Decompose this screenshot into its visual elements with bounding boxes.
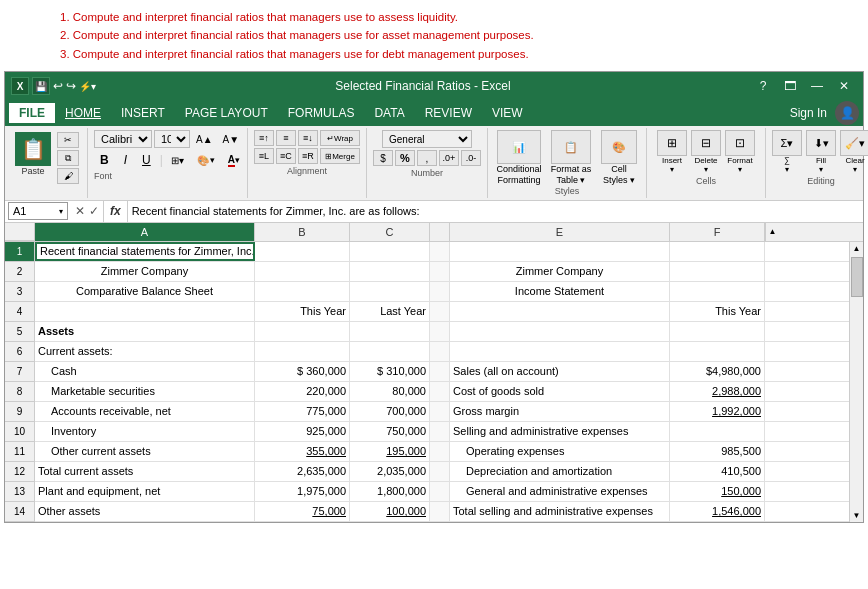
- format-painter-button[interactable]: 🖌: [57, 168, 79, 184]
- cell-e8[interactable]: Cost of goods sold: [450, 382, 670, 401]
- cell-d6[interactable]: [430, 342, 450, 361]
- row-num-3[interactable]: 3: [5, 282, 35, 302]
- cell-c1[interactable]: [350, 242, 430, 261]
- cell-b14[interactable]: 75,000: [255, 502, 350, 521]
- formula-input[interactable]: [128, 205, 863, 217]
- cell-b6[interactable]: [255, 342, 350, 361]
- cell-a13[interactable]: Plant and equipment, net: [35, 482, 255, 501]
- cell-d2[interactable]: [430, 262, 450, 281]
- row-num-13[interactable]: 13: [5, 482, 35, 502]
- cell-a3[interactable]: Comparative Balance Sheet: [35, 282, 255, 301]
- row-num-5[interactable]: 5: [5, 322, 35, 342]
- cell-reference-box[interactable]: A1 ▾: [8, 202, 68, 220]
- scroll-down-button[interactable]: ▼: [851, 509, 863, 522]
- increase-decimal-button[interactable]: .0+: [439, 150, 459, 166]
- undo-icon[interactable]: ↩: [53, 79, 63, 93]
- redo-icon[interactable]: ↪: [66, 79, 76, 93]
- scroll-thumb[interactable]: [851, 257, 863, 297]
- format-as-table-button[interactable]: 📋 Format asTable ▾: [548, 130, 594, 186]
- cell-b3[interactable]: [255, 282, 350, 301]
- cell-d8[interactable]: [430, 382, 450, 401]
- account-icon[interactable]: 👤: [835, 101, 859, 125]
- increase-font-button[interactable]: A▲: [192, 130, 217, 148]
- cell-d10[interactable]: [430, 422, 450, 441]
- minimize-button[interactable]: —: [804, 75, 830, 97]
- cell-b2[interactable]: [255, 262, 350, 281]
- cell-f12[interactable]: 410,500: [670, 462, 765, 481]
- cell-b11[interactable]: 355,000: [255, 442, 350, 461]
- cell-f11[interactable]: 985,500: [670, 442, 765, 461]
- cell-f3[interactable]: [670, 282, 765, 301]
- cell-e5[interactable]: [450, 322, 670, 341]
- cell-d14[interactable]: [430, 502, 450, 521]
- row-num-10[interactable]: 10: [5, 422, 35, 442]
- cell-c13[interactable]: 1,800,000: [350, 482, 430, 501]
- row-num-8[interactable]: 8: [5, 382, 35, 402]
- fill-color-button[interactable]: 🎨▾: [192, 151, 220, 169]
- save-icon[interactable]: 💾: [32, 77, 50, 95]
- scroll-up-button[interactable]: ▲: [851, 242, 863, 255]
- cell-e6[interactable]: [450, 342, 670, 361]
- cell-d3[interactable]: [430, 282, 450, 301]
- insert-menu[interactable]: INSERT: [111, 103, 175, 123]
- font-color-button[interactable]: A▾: [223, 151, 245, 169]
- clear-button[interactable]: 🧹▾ Clear▾: [840, 130, 868, 174]
- borders-button[interactable]: ⊞▾: [166, 151, 189, 169]
- comma-button[interactable]: ,: [417, 150, 437, 166]
- cell-e9[interactable]: Gross margin: [450, 402, 670, 421]
- cell-b1[interactable]: [255, 242, 350, 261]
- autosum-button[interactable]: Σ▾ ∑▾: [772, 130, 802, 174]
- cell-c10[interactable]: 750,000: [350, 422, 430, 441]
- cell-c8[interactable]: 80,000: [350, 382, 430, 401]
- cell-a1[interactable]: Recent financial statements for Zimmer, …: [35, 242, 255, 261]
- cell-d13[interactable]: [430, 482, 450, 501]
- font-name-select[interactable]: Calibri: [94, 130, 152, 148]
- bold-button[interactable]: B: [94, 151, 115, 169]
- cell-c6[interactable]: [350, 342, 430, 361]
- row-num-9[interactable]: 9: [5, 402, 35, 422]
- cell-c9[interactable]: 700,000: [350, 402, 430, 421]
- align-right-button[interactable]: ≡R: [298, 148, 318, 164]
- cell-a9[interactable]: Accounts receivable, net: [35, 402, 255, 421]
- cell-f5[interactable]: [670, 322, 765, 341]
- cell-d11[interactable]: [430, 442, 450, 461]
- cell-e10[interactable]: Selling and administrative expenses: [450, 422, 670, 441]
- cell-f1[interactable]: [670, 242, 765, 261]
- cell-c7[interactable]: $ 310,000: [350, 362, 430, 381]
- cell-c4[interactable]: Last Year: [350, 302, 430, 321]
- align-bottom-button[interactable]: ≡↓: [298, 130, 318, 146]
- conditional-formatting-button[interactable]: 📊 ConditionalFormatting: [494, 130, 544, 186]
- wrap-text-button[interactable]: ↵Wrap: [320, 130, 360, 146]
- decrease-decimal-button[interactable]: .0-: [461, 150, 481, 166]
- cell-d1[interactable]: [430, 242, 450, 261]
- cell-d4[interactable]: [430, 302, 450, 321]
- cell-d12[interactable]: [430, 462, 450, 481]
- restore-button[interactable]: 🗖: [777, 75, 803, 97]
- cell-f13[interactable]: 150,000: [670, 482, 765, 501]
- row-num-7[interactable]: 7: [5, 362, 35, 382]
- cell-d9[interactable]: [430, 402, 450, 421]
- cell-a11[interactable]: Other current assets: [35, 442, 255, 461]
- cell-a8[interactable]: Marketable securities: [35, 382, 255, 401]
- align-middle-button[interactable]: ≡: [276, 130, 296, 146]
- vertical-scrollbar[interactable]: ▲ ▼: [849, 242, 863, 522]
- insert-cells-button[interactable]: ⊞ Insert▾: [657, 130, 687, 174]
- cell-b4[interactable]: This Year: [255, 302, 350, 321]
- cell-c11[interactable]: 195,000: [350, 442, 430, 461]
- customize-icon[interactable]: ⚡▾: [79, 81, 96, 92]
- review-menu[interactable]: REVIEW: [415, 103, 482, 123]
- italic-button[interactable]: I: [118, 151, 133, 169]
- row-num-6[interactable]: 6: [5, 342, 35, 362]
- col-header-a[interactable]: A: [35, 223, 255, 241]
- currency-button[interactable]: $: [373, 150, 393, 166]
- cell-b7[interactable]: $ 360,000: [255, 362, 350, 381]
- decrease-font-button[interactable]: A▼: [219, 130, 244, 148]
- data-menu[interactable]: DATA: [364, 103, 414, 123]
- page-layout-menu[interactable]: PAGE LAYOUT: [175, 103, 278, 123]
- align-center-button[interactable]: ≡C: [276, 148, 296, 164]
- cell-a4[interactable]: [35, 302, 255, 321]
- cancel-icon[interactable]: ✕: [75, 204, 85, 218]
- cut-button[interactable]: ✂: [57, 132, 79, 148]
- cell-b9[interactable]: 775,000: [255, 402, 350, 421]
- underline-button[interactable]: U: [136, 151, 157, 169]
